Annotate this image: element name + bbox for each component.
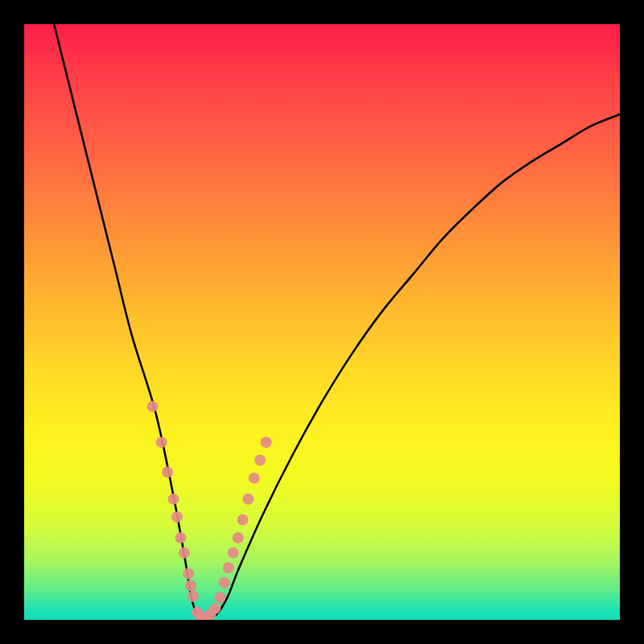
highlight-marker bbox=[162, 467, 173, 478]
highlight-marker bbox=[185, 580, 196, 591]
watermark-text: TheBottleneck.com bbox=[468, 3, 638, 24]
highlight-marker bbox=[188, 591, 199, 602]
highlight-marker bbox=[179, 547, 190, 559]
plot-area bbox=[24, 24, 621, 621]
highlight-marker bbox=[261, 436, 272, 448]
bottleneck-curve bbox=[54, 24, 621, 618]
highlight-marker bbox=[168, 493, 180, 505]
highlight-marker bbox=[147, 401, 159, 412]
marker-group bbox=[147, 401, 272, 621]
highlight-marker bbox=[183, 568, 194, 580]
highlight-marker bbox=[228, 547, 239, 559]
highlight-marker bbox=[156, 436, 167, 448]
highlight-marker bbox=[237, 514, 249, 526]
highlight-marker bbox=[171, 511, 183, 522]
highlight-marker bbox=[223, 562, 234, 573]
highlight-marker bbox=[233, 532, 244, 543]
curve-svg bbox=[24, 24, 621, 621]
highlight-marker bbox=[254, 455, 266, 466]
chart-container: TheBottleneck.com bbox=[0, 0, 644, 644]
highlight-marker bbox=[175, 532, 186, 543]
curve-path-group bbox=[54, 24, 621, 618]
highlight-marker bbox=[209, 603, 221, 614]
highlight-marker bbox=[214, 592, 225, 603]
highlight-marker bbox=[249, 473, 260, 484]
highlight-marker bbox=[242, 493, 254, 505]
highlight-marker bbox=[219, 577, 230, 588]
